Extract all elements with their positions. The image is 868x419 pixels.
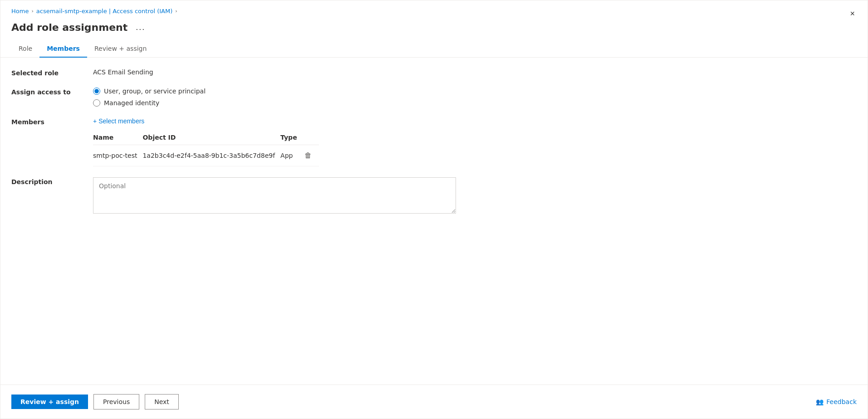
review-assign-button[interactable]: Review + assign: [11, 395, 88, 409]
close-button[interactable]: ×: [848, 8, 857, 19]
panel-header: Add role assignment ...: [0, 18, 868, 40]
col-header-type: Type: [280, 130, 303, 145]
table-header-row: Name Object ID Type: [93, 130, 319, 145]
page-container: × Home › acsemail-smtp-example | Access …: [0, 0, 868, 419]
selected-role-value: ACS Email Sending: [93, 68, 153, 76]
table-row: smtp-poc-test 1a2b3c4d-e2f4-5aa8-9b1c-3a…: [93, 145, 319, 166]
tab-review-assign[interactable]: Review + assign: [87, 40, 154, 58]
radio-group: User, group, or service principal Manage…: [93, 88, 206, 107]
col-header-actions: [303, 130, 319, 145]
previous-button[interactable]: Previous: [93, 394, 139, 409]
col-header-objectid: Object ID: [142, 130, 280, 145]
members-section: + Select members Name Object ID Type: [93, 117, 319, 166]
feedback-label: Feedback: [826, 398, 857, 405]
delete-member-button[interactable]: 🗑: [303, 150, 314, 161]
col-header-name: Name: [93, 130, 142, 145]
tabs-container: Role Members Review + assign: [0, 40, 868, 58]
radio-managed-identity[interactable]: Managed identity: [93, 99, 206, 107]
next-button[interactable]: Next: [145, 394, 179, 409]
panel: × Home › acsemail-smtp-example | Access …: [0, 0, 868, 419]
description-row: Description: [11, 177, 857, 214]
assign-access-label: Assign access to: [11, 88, 93, 96]
description-label: Description: [11, 177, 93, 185]
page-title: Add role assignment: [11, 22, 128, 33]
member-name: smtp-poc-test: [93, 145, 142, 166]
select-members-button[interactable]: + Select members: [93, 117, 319, 125]
feedback-icon: 👥: [816, 398, 824, 405]
member-delete-cell: 🗑: [303, 145, 319, 166]
members-row: Members + Select members Name Object ID …: [11, 117, 857, 166]
breadcrumb: Home › acsemail-smtp-example | Access co…: [0, 0, 868, 18]
select-members-plus: +: [93, 117, 97, 125]
radio-input-managed-identity[interactable]: [93, 99, 100, 107]
ellipsis-button[interactable]: ...: [133, 22, 148, 33]
members-table: Name Object ID Type smtp-poc-test 1a2b3c…: [93, 130, 319, 166]
member-object-id: 1a2b3c4d-e2f4-5aa8-9b1c-3a5b6c7d8e9f: [142, 145, 280, 166]
breadcrumb-chevron-2: ›: [175, 8, 177, 14]
tab-role[interactable]: Role: [11, 40, 39, 58]
breadcrumb-home[interactable]: Home: [11, 8, 29, 15]
selected-role-label: Selected role: [11, 68, 93, 77]
radio-user-group[interactable]: User, group, or service principal: [93, 88, 206, 95]
tab-members[interactable]: Members: [39, 40, 87, 58]
radio-label-managed-identity: Managed identity: [104, 99, 159, 107]
panel-footer: Review + assign Previous Next 👥 Feedback: [0, 385, 868, 419]
feedback-button[interactable]: 👥 Feedback: [816, 398, 857, 405]
select-members-text: Select members: [98, 117, 144, 125]
panel-content: Selected role ACS Email Sending Assign a…: [0, 58, 868, 385]
breadcrumb-chevron-1: ›: [31, 8, 33, 14]
description-textarea[interactable]: [93, 177, 456, 214]
member-type: App: [280, 145, 303, 166]
breadcrumb-resource[interactable]: acsemail-smtp-example | Access control (…: [36, 8, 172, 15]
selected-role-row: Selected role ACS Email Sending: [11, 68, 857, 77]
radio-input-user-group[interactable]: [93, 88, 100, 95]
radio-label-user-group: User, group, or service principal: [104, 88, 206, 95]
members-label: Members: [11, 117, 93, 126]
assign-access-row: Assign access to User, group, or service…: [11, 88, 857, 107]
